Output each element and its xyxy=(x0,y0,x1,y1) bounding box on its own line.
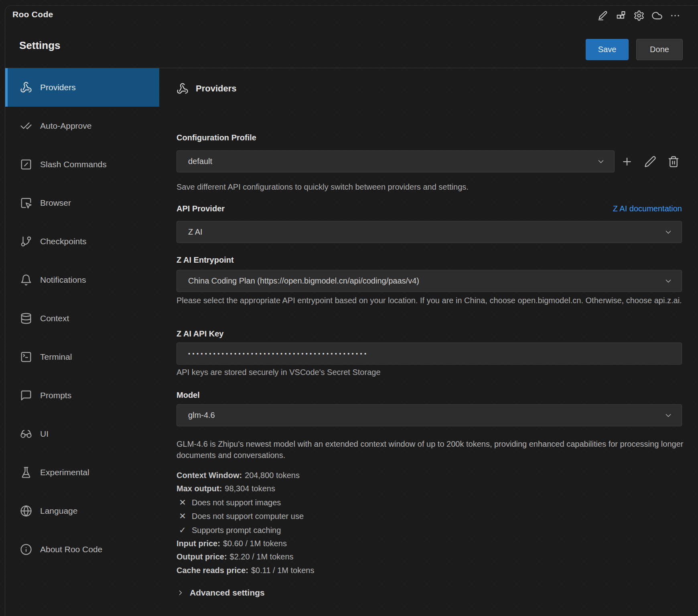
glasses-icon xyxy=(20,428,32,440)
model-capability-row: ✓Supports prompt caching xyxy=(177,523,314,537)
plus-icon[interactable] xyxy=(621,156,633,168)
chevron-down-icon xyxy=(664,277,673,286)
entrypoint-label: Z AI Entrypoint xyxy=(177,255,234,265)
done-button[interactable]: Done xyxy=(636,39,683,60)
model-detail-row: Input price:$0.60 / 1M tokens xyxy=(177,537,314,550)
trash-icon[interactable] xyxy=(668,156,680,168)
section-heading: Providers xyxy=(177,83,237,95)
api-key-label: Z AI API Key xyxy=(177,329,223,338)
sidebar-item-label: Checkpoints xyxy=(40,237,87,246)
sidebar-item-label: Slash Commands xyxy=(40,160,107,169)
sidebar-item-label: Experimental xyxy=(40,468,89,477)
advanced-settings-toggle[interactable]: Advanced settings xyxy=(177,588,265,598)
model-description: GLM-4.6 is Zhipu's newest model with an … xyxy=(177,438,685,461)
entrypoint-value: China Coding Plan (https://open.bigmodel… xyxy=(188,276,419,286)
api-key-masked-value: ••••••••••••••••••••••••••••••••••••••••… xyxy=(188,350,368,357)
configuration-profile-row: default xyxy=(177,150,682,172)
model-detail-row: Output price:$2.20 / 1M tokens xyxy=(177,550,314,563)
app-title: Roo Code xyxy=(12,10,53,19)
configuration-profile-select[interactable]: default xyxy=(177,150,615,172)
sidebar-item-about-roo-code[interactable]: About Roo Code xyxy=(5,530,159,569)
model-label: Model xyxy=(177,390,200,400)
globe-icon xyxy=(20,505,32,517)
chevron-down-icon xyxy=(664,411,673,420)
sidebar-item-auto-approve[interactable]: Auto-Approve xyxy=(5,107,159,145)
chevron-down-icon xyxy=(664,228,673,237)
sidebar-item-label: Terminal xyxy=(40,352,72,362)
save-button[interactable]: Save xyxy=(586,39,629,60)
sidebar-item-label: Notifications xyxy=(40,275,86,285)
api-key-input[interactable]: ••••••••••••••••••••••••••••••••••••••••… xyxy=(177,342,682,365)
flask-icon xyxy=(20,466,32,478)
model-detail-row: Context Window:204,800 tokens xyxy=(177,469,314,482)
section-heading-label: Providers xyxy=(196,83,237,94)
database-icon xyxy=(20,312,32,324)
configuration-profile-value: default xyxy=(188,157,212,166)
chevron-right-icon xyxy=(177,589,185,597)
webhook-icon xyxy=(177,83,189,95)
api-provider-row: API Provider Z AI documentation xyxy=(177,204,682,213)
x-icon: ✕ xyxy=(178,509,187,523)
sidebar-item-notifications[interactable]: Notifications xyxy=(5,261,159,299)
sidebar-item-experimental[interactable]: Experimental xyxy=(5,453,159,492)
api-provider-select[interactable]: Z AI xyxy=(177,221,682,243)
profile-actions xyxy=(621,156,680,168)
terminal-icon xyxy=(20,351,32,363)
entrypoint-select[interactable]: China Coding Plan (https://open.bigmodel… xyxy=(177,270,682,292)
model-detail-row: Cache reads price:$0.11 / 1M tokens xyxy=(177,564,314,577)
sidebar-item-label: Context xyxy=(40,314,69,323)
sidebar-item-label: Auto-Approve xyxy=(40,121,91,131)
layout-icon[interactable] xyxy=(615,10,627,21)
api-key-help: API keys are stored securely in VSCode's… xyxy=(177,367,685,378)
sidebar-item-providers[interactable]: Providers xyxy=(5,68,159,107)
cloud-icon[interactable] xyxy=(651,10,663,21)
sidebar-item-label: Language xyxy=(40,506,77,516)
sidebar: Providers Auto-Approve Slash Commands Br… xyxy=(5,68,159,569)
square-mouse-pointer-icon xyxy=(20,197,32,209)
ellipsis-icon[interactable] xyxy=(670,10,681,21)
sidebar-item-label: Prompts xyxy=(40,391,71,400)
sidebar-item-label: UI xyxy=(40,429,49,439)
title-bar-actions xyxy=(597,10,681,21)
message-square-icon xyxy=(20,389,32,401)
info-icon xyxy=(20,543,32,555)
advanced-settings-label: Advanced settings xyxy=(190,588,265,598)
pencil-line-icon[interactable] xyxy=(597,10,609,21)
check-icon: ✓ xyxy=(178,523,187,537)
pencil-icon[interactable] xyxy=(644,156,656,168)
sidebar-item-context[interactable]: Context xyxy=(5,299,159,338)
api-provider-label: API Provider xyxy=(177,204,225,213)
zai-documentation-link[interactable]: Z AI documentation xyxy=(613,204,682,213)
sidebar-item-label: Providers xyxy=(40,83,76,92)
sidebar-item-language[interactable]: Language xyxy=(5,492,159,530)
sidebar-item-label: About Roo Code xyxy=(40,545,102,554)
sidebar-item-browser[interactable]: Browser xyxy=(5,184,159,222)
gear-icon[interactable] xyxy=(633,10,645,21)
page-title: Settings xyxy=(19,39,61,52)
check-check-icon xyxy=(20,120,32,132)
sidebar-item-checkpoints[interactable]: Checkpoints xyxy=(5,222,159,261)
model-capability-row: ✕Does not support computer use xyxy=(177,509,314,523)
x-icon: ✕ xyxy=(178,496,187,509)
configuration-profile-label: Configuration Profile xyxy=(177,133,256,142)
git-branch-icon xyxy=(20,235,32,247)
sidebar-item-prompts[interactable]: Prompts xyxy=(5,376,159,415)
model-detail-row: Max output:98,304 tokens xyxy=(177,482,314,495)
header-buttons: Save Done xyxy=(586,39,683,60)
model-details: Context Window:204,800 tokens Max output… xyxy=(177,469,314,577)
model-value: glm-4.6 xyxy=(188,411,215,420)
sidebar-item-ui[interactable]: UI xyxy=(5,415,159,453)
sidebar-item-slash-commands[interactable]: Slash Commands xyxy=(5,145,159,184)
square-slash-icon xyxy=(20,158,32,170)
model-capability-row: ✕Does not support images xyxy=(177,496,314,509)
webhook-icon xyxy=(20,81,32,93)
model-select[interactable]: glm-4.6 xyxy=(177,404,682,426)
sidebar-item-label: Browser xyxy=(40,198,71,208)
chevron-down-icon xyxy=(597,157,605,166)
bell-icon xyxy=(20,274,32,286)
entrypoint-help: Please select the appropriate API entryp… xyxy=(177,295,685,306)
sidebar-item-terminal[interactable]: Terminal xyxy=(5,338,159,376)
api-provider-value: Z AI xyxy=(188,227,203,237)
configuration-profile-help: Save different API configurations to qui… xyxy=(177,182,685,192)
